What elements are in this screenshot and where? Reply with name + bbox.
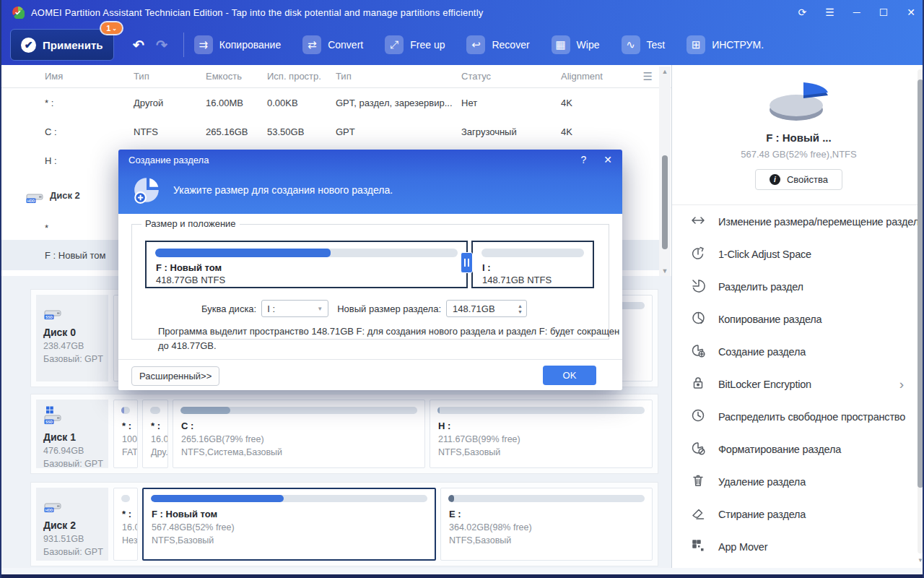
- column-header[interactable]: Емкость: [206, 71, 267, 82]
- pending-operations-badge[interactable]: 1⌄: [101, 22, 122, 34]
- help-icon[interactable]: ?: [580, 154, 586, 165]
- tools-button[interactable]: ⊞ИНСТРУМ.: [687, 35, 764, 54]
- sidebar-item-label: Форматирование раздела: [718, 444, 841, 455]
- properties-button[interactable]: i Свойства: [755, 169, 842, 190]
- disk-info[interactable]: HDDДиск 2931.51GBБазовый: GPT: [36, 488, 108, 561]
- advanced-button[interactable]: Расширенный>>: [131, 366, 219, 386]
- test-button[interactable]: ∿Test: [622, 35, 666, 54]
- sidebar-item-format-partition[interactable]: Форматирование раздела: [672, 433, 924, 465]
- partition-fs: NTFS,Базовый: [441, 535, 652, 545]
- partition-block[interactable]: H :211.67GB(99% free)NTFS,Базовый: [430, 400, 653, 468]
- delete-partition-icon: [691, 473, 705, 491]
- new-size-input[interactable]: 148.71GB ▲ ▼: [446, 300, 527, 317]
- close-icon[interactable]: ✕: [603, 154, 612, 165]
- row-cell: Нет: [461, 98, 561, 108]
- partition-label: H :: [430, 420, 652, 431]
- sidebar-item-bitlocker[interactable]: BitLocker Encryption›: [672, 368, 924, 400]
- partition-size: 567.48GB(52% free): [144, 522, 435, 532]
- dialog-footer: Расширенный>> OK: [118, 359, 622, 390]
- column-header[interactable]: Имя: [45, 71, 134, 82]
- table-row[interactable]: * :Другой16.00MB0.00KBGPT, раздел, зарез…: [1, 88, 659, 117]
- close-icon[interactable]: ✕: [907, 7, 915, 17]
- partition-usage-fill: [121, 407, 124, 414]
- sidebar-item-copy-partition[interactable]: Копирование раздела: [672, 303, 924, 335]
- recover-button[interactable]: ↩Recover: [466, 35, 529, 54]
- table-scrollbar[interactable]: ▲ ▼: [659, 66, 671, 276]
- copy-button[interactable]: ⇉Копирование: [194, 35, 281, 54]
- disk-style: Базовый: GPT: [43, 547, 101, 557]
- selected-partition-info: 567.48 GB(52% free),NTFS: [741, 149, 856, 160]
- partition-label: * :: [114, 509, 137, 519]
- drive-letter-select[interactable]: I : ▼: [261, 300, 328, 317]
- resize-handle[interactable]: [461, 252, 473, 273]
- ok-button[interactable]: OK: [543, 366, 596, 385]
- partition-usage-fill: [437, 407, 440, 414]
- scroll-down-icon[interactable]: ▼: [918, 557, 923, 564]
- maximize-icon[interactable]: ☐: [879, 7, 889, 17]
- menu-icon[interactable]: ☰: [825, 7, 834, 17]
- wipe-button[interactable]: ▦Wipe: [552, 35, 600, 54]
- sidebar-item-app-mover[interactable]: App Mover: [672, 530, 924, 563]
- scroll-down-icon[interactable]: ▼: [659, 267, 671, 275]
- toolbar-item-label: Test: [647, 39, 666, 51]
- scroll-up-icon[interactable]: ▲: [659, 68, 671, 75]
- column-header[interactable]: Исп. простр.: [267, 71, 336, 82]
- partition-block[interactable]: * :16.0...Нез...: [113, 488, 138, 561]
- sidebar-item-label: Разделить раздел: [718, 281, 803, 293]
- partition-info: 418.77GB NTFS: [147, 273, 466, 285]
- spin-up-icon[interactable]: ▲: [518, 303, 523, 309]
- scrollbar-thumb[interactable]: [662, 155, 668, 249]
- scrollbar-thumb[interactable]: [918, 79, 923, 488]
- partition-label: E :: [441, 509, 652, 519]
- sidebar-item-resize-move[interactable]: Изменение размера/перемещение разделов: [672, 205, 924, 238]
- partition-block[interactable]: C :265.16GB(79% free)NTFS,Система,Базовы…: [173, 400, 425, 468]
- column-header[interactable]: Тип: [336, 71, 461, 82]
- sidebar-item-delete-partition[interactable]: Удаление раздела: [672, 465, 924, 498]
- row-name: F : Новый том: [45, 250, 106, 261]
- minimize-icon[interactable]: ─: [853, 7, 860, 17]
- convert-icon: ⇄: [302, 35, 321, 54]
- disk-info[interactable]: SSDДиск 1476.94GBБазовый: GPT: [36, 400, 108, 468]
- name-cell: * :: [25, 98, 134, 108]
- partition-usage-fill: [448, 495, 454, 502]
- freeup-button[interactable]: ⤢Free up: [385, 35, 445, 54]
- partition-block[interactable]: * :100....FAT...: [113, 400, 138, 468]
- apply-button[interactable]: ✔ Применить 1⌄: [10, 29, 114, 61]
- partition-strip: * :16.0...Нез...F : Новый том567.48GB(52…: [113, 488, 653, 561]
- row-name: Диск 2: [50, 190, 80, 201]
- bitlocker-icon: [691, 376, 705, 393]
- disk-info[interactable]: SSDДиск 0238.47GBБазовый: GPT: [36, 295, 108, 381]
- partition-size: 16.0...: [143, 434, 167, 444]
- toolbar-divider: [183, 33, 184, 57]
- create-partition-dialog: Создание раздела ? ✕ Укажите размер для …: [118, 150, 622, 390]
- sidebar-item-adjust-space[interactable]: 1-Click Adjust Space: [672, 238, 924, 270]
- sidebar-item-create-partition[interactable]: Создание раздела: [672, 335, 924, 368]
- spin-down-icon[interactable]: ▼: [518, 309, 523, 314]
- column-header[interactable]: Статус: [461, 71, 561, 82]
- disk-icon: HDD: [25, 185, 45, 206]
- test-icon: ∿: [622, 35, 640, 54]
- undo-icon[interactable]: ↶: [133, 37, 144, 53]
- toolbar-item-label: Wipe: [577, 39, 600, 51]
- partition-usage-fill: [151, 495, 284, 502]
- column-settings-icon[interactable]: ☰: [643, 70, 653, 83]
- refresh-icon[interactable]: ⟳: [798, 7, 806, 17]
- sidebar-scrollbar[interactable]: ▼: [918, 69, 923, 553]
- sidebar-item-split-partition[interactable]: Разделить раздел: [672, 270, 924, 303]
- group-title: Размер и положение: [141, 218, 240, 229]
- column-header[interactable]: Alignment: [561, 71, 671, 82]
- table-row[interactable]: C :NTFS265.16GB53.50GBGPTЗагрузочный4K: [1, 117, 659, 146]
- sidebar-item-allocate-space[interactable]: Распределить свободное пространство: [672, 400, 924, 433]
- convert-button[interactable]: ⇄Convert: [302, 35, 363, 54]
- partition-usage-bar: [448, 495, 645, 502]
- partition-block[interactable]: * :16.0...Дру...: [142, 400, 168, 468]
- sidebar-item-erase-partition[interactable]: Стирание раздела: [672, 498, 924, 530]
- partition-fs: Дру...: [143, 447, 167, 457]
- table-header: ИмяТипЕмкостьИсп. простр.ТипСтатусAlignm…: [1, 65, 671, 88]
- tools-icon: ⊞: [687, 35, 705, 54]
- toolbar-item-label: Копирование: [219, 39, 281, 51]
- column-header[interactable]: Тип: [134, 71, 206, 82]
- sidebar: F : Новый ... 567.48 GB(52% free),NTFS i…: [671, 65, 924, 568]
- partition-block[interactable]: F : Новый том567.48GB(52% free)NTFS,Базо…: [142, 488, 436, 561]
- partition-block[interactable]: E :364.02GB(98% free)NTFS,Базовый: [440, 488, 653, 561]
